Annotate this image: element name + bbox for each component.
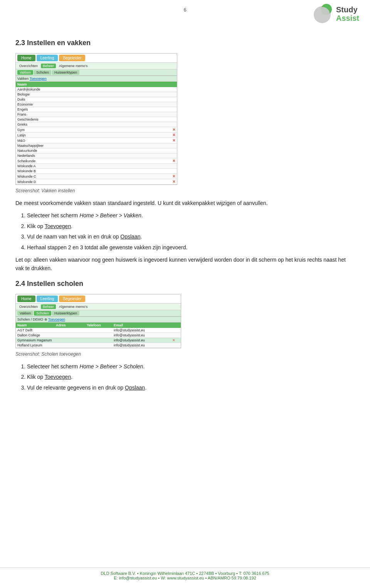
screenshot2-actionbar: Scholen / DEMO ⊕ Toevoegen <box>16 317 181 323</box>
vakken-naam: Nederlands <box>17 154 35 158</box>
table-row: Natuurkunde <box>16 148 177 153</box>
table-row: Wiskunde D✕ <box>16 179 177 185</box>
tab-vakken[interactable]: Vakken <box>17 70 33 75</box>
delete-icon[interactable]: ✕ <box>172 128 175 132</box>
school-email: info@studyassist.eu <box>114 333 172 337</box>
subnav2-overzichten[interactable]: Overzichten <box>17 304 40 309</box>
screenshot2-subnav: Overzichten Beheer Algemene memo's <box>16 304 181 310</box>
vakken-naam: Latijn <box>17 133 26 137</box>
nav-begeleider-btn[interactable]: Begeleider <box>59 55 85 61</box>
table-row: Biologie <box>16 92 177 97</box>
svg-point-2 <box>314 7 330 22</box>
nav2-leerling-btn[interactable]: Leerling <box>37 296 58 302</box>
delete-icon[interactable]: ✕ <box>172 133 175 137</box>
screenshot1-tabbar: Vakken Scholen Huiswerktypen <box>16 69 177 76</box>
toevoegen-link-2[interactable]: Toevoegen <box>48 318 65 321</box>
logo-assist-text: Assist <box>336 14 359 22</box>
table-row: Gym✕ <box>16 127 177 133</box>
school-naam: Gymnasium Haganum <box>17 338 56 342</box>
school-email: info@studyassist.eu <box>114 343 172 347</box>
nav-home-btn[interactable]: Home <box>17 55 35 61</box>
subnav-beheer[interactable]: Beheer <box>41 64 56 68</box>
study-assist-logo-icon <box>312 3 333 24</box>
step-3: Vul de naam van het vak in en druk op Op… <box>27 232 355 241</box>
delete-icon[interactable]: ✕ <box>172 159 175 163</box>
table-row: Duits <box>16 97 177 102</box>
vakken-naam: Maatschappijleer <box>17 144 44 148</box>
section23-steps: Selecteer het scherm Home > Beheer > Vak… <box>27 211 355 252</box>
col-adres: Adres <box>56 323 87 327</box>
subnav-memo[interactable]: Algemene memo's <box>57 64 89 68</box>
toevoegen-link-1[interactable]: Toevoegen <box>30 77 47 81</box>
screenshot2-table-header: Naam Adres Telefoon Email <box>16 323 181 328</box>
screenshot2-table-body: AGT Delft info@studyassist.eu Dalton Col… <box>16 328 181 348</box>
table-row: AGT Delft info@studyassist.eu <box>16 328 181 333</box>
table-row: Grieks <box>16 122 177 127</box>
logo-wordmark: Study Assist <box>336 5 359 22</box>
school-naam: Dalton College <box>17 333 56 337</box>
subnav2-memo[interactable]: Algemene memo's <box>57 304 89 309</box>
screenshot2-tabbar: Vakken Scholen Huiswerktypen <box>16 310 181 317</box>
table-row: M&O✕ <box>16 138 177 143</box>
tab2-huiswerktypen[interactable]: Huiswerktypen <box>52 311 79 316</box>
delete-icon[interactable]: ✕ <box>172 180 175 184</box>
screenshot1-navbar: Home Leerling Begeleider <box>16 54 177 63</box>
footer-line1: DLD Software B.V. • Koningin Wilhelminla… <box>0 571 370 576</box>
screenshot-vakken: Home Leerling Begeleider Overzichten Beh… <box>15 53 177 185</box>
s24-step-2: Klik op Toevoegen. <box>27 373 355 381</box>
tab-scholen[interactable]: Scholen <box>34 70 51 75</box>
vakken-naam: Wiskunde A <box>17 164 36 168</box>
table-row: Hofland Lyceum info@studyassist.eu <box>16 343 181 348</box>
col-naam: Naam <box>17 323 56 327</box>
step-4: Herhaal stappen 2 en 3 totdat alle gewen… <box>27 243 355 252</box>
logo-study-text: Study <box>336 5 359 14</box>
delete-icon[interactable]: ✕ <box>172 138 175 143</box>
vakken-naam: Scheikunde <box>17 159 35 163</box>
tab2-scholen[interactable]: Scholen <box>34 311 51 316</box>
screenshot1-caption: Screenshot: Vakken instellen <box>15 188 355 193</box>
vakken-naam: Engels <box>17 108 28 111</box>
logo-area: Study Assist <box>312 3 359 24</box>
s24-step-3: Vul de relevante gegevens in en druk op … <box>27 383 355 392</box>
nav2-home-btn[interactable]: Home <box>17 296 35 302</box>
section24-steps: Selecteer het scherm Home > Beheer > Sch… <box>27 362 355 392</box>
school-email: info@studyassist.eu <box>114 328 172 332</box>
vakken-naam: Economie <box>17 102 33 106</box>
vakken-naam: Grieks <box>17 123 27 126</box>
s24-step-1: Selecteer het scherm Home > Beheer > Sch… <box>27 362 355 371</box>
table-row: Geschiedenis <box>16 117 177 122</box>
col-email: Email <box>114 323 179 327</box>
col-telefoon: Telefoon <box>87 323 114 327</box>
nav2-begeleider-btn[interactable]: Begeleider <box>59 296 85 302</box>
delete-icon[interactable]: ✕ <box>172 338 179 342</box>
table-row: Wiskunde B <box>16 169 177 174</box>
step-2: Klik op Toevoegen. <box>27 222 355 230</box>
vakken-naam: Wiskunde D <box>17 180 36 184</box>
table-row: Engels <box>16 107 177 112</box>
table-row: Maatschappijleer <box>16 143 177 148</box>
tab-huiswerktypen[interactable]: Huiswerktypen <box>52 70 79 75</box>
table-row: Dalton College info@studyassist.eu <box>16 333 181 338</box>
school-naam: AGT Delft <box>17 328 56 332</box>
subnav-overzichten[interactable]: Overzichten <box>17 64 40 68</box>
vakken-naam: Frans <box>17 113 26 116</box>
footer-line2: E: info@studyassist.eu • W: www.studyass… <box>0 576 370 580</box>
vakken-naam: M&O <box>17 139 25 143</box>
section-23-heading: 2.3 Instellen en vakken <box>15 39 355 47</box>
table-row: Latijn✕ <box>16 133 177 138</box>
nav-leerling-btn[interactable]: Leerling <box>37 55 58 61</box>
table-row: Wiskunde C✕ <box>16 174 177 179</box>
school-naam: Hofland Lyceum <box>17 343 56 347</box>
tab2-vakken[interactable]: Vakken <box>17 311 33 316</box>
screenshot2-caption: Screenshot: Scholen toevoegen <box>15 351 355 357</box>
table-row: Wiskunde A <box>16 164 177 169</box>
screenshot1-actionbar: Vakken Toevoegen <box>16 76 177 82</box>
table-row: Aardrijkskunde <box>16 87 177 92</box>
screenshot1-table-header: Naam <box>16 82 177 87</box>
note-text: Let op: alleen vakken waarvoor nog geen … <box>15 255 355 273</box>
table-row: Frans <box>16 112 177 117</box>
delete-icon[interactable]: ✕ <box>172 174 175 178</box>
subnav2-beheer[interactable]: Beheer <box>41 304 56 309</box>
school-email: info@studyassist.eu <box>114 338 172 342</box>
intro-text: De meest voorkomende vakken staan standa… <box>15 199 355 207</box>
